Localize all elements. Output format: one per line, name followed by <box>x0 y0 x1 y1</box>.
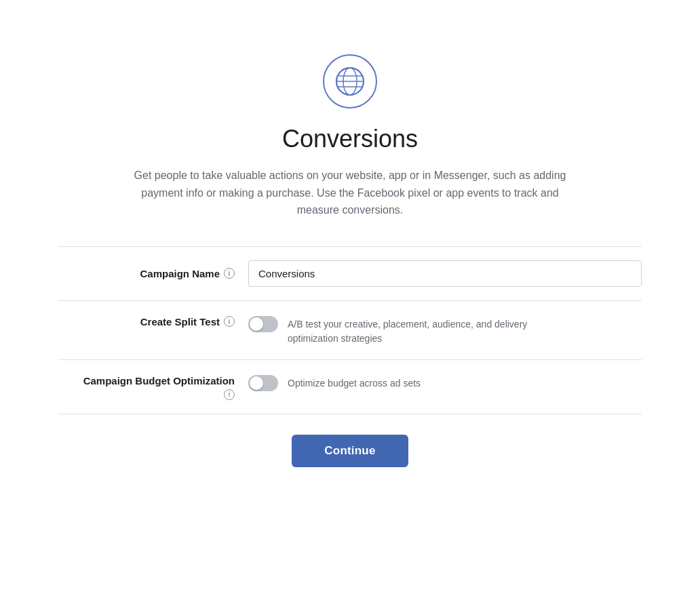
budget-optimization-toggle[interactable] <box>248 375 278 391</box>
campaign-name-label-group: Campaign Name i <box>58 268 248 279</box>
split-test-label-group: Create Split Test i <box>58 315 248 328</box>
page-container: Conversions Get people to take valuable … <box>18 27 682 494</box>
budget-optimization-label: Campaign Budget Optimization <box>83 375 235 387</box>
continue-button[interactable]: Continue <box>292 435 408 467</box>
page-description: Get people to take valuable actions on y… <box>119 167 581 219</box>
campaign-name-row: Campaign Name i <box>58 247 642 301</box>
form-section: Campaign Name i Create Split Test i A/B … <box>58 246 642 414</box>
budget-optimization-info-icon[interactable]: i <box>224 389 235 400</box>
budget-optimization-row: Campaign Budget Optimization i Optimize … <box>58 360 642 414</box>
budget-optimization-description: Optimize budget across ad sets <box>288 374 421 391</box>
split-test-slider <box>248 316 278 332</box>
split-test-toggle[interactable] <box>248 316 278 332</box>
campaign-name-info-icon[interactable]: i <box>224 268 235 279</box>
globe-icon <box>323 54 377 108</box>
budget-optimization-toggle-area: Optimize budget across ad sets <box>248 374 642 391</box>
budget-optimization-label-group: Campaign Budget Optimization i <box>58 374 248 400</box>
campaign-name-input[interactable] <box>248 260 642 287</box>
campaign-name-label: Campaign Name <box>140 268 220 279</box>
split-test-description: A/B test your creative, placement, audie… <box>288 315 572 346</box>
page-title: Conversions <box>282 125 418 153</box>
split-test-info-icon[interactable]: i <box>224 316 235 327</box>
split-test-label: Create Split Test <box>140 316 220 328</box>
split-test-toggle-area: A/B test your creative, placement, audie… <box>248 315 642 346</box>
split-test-row: Create Split Test i A/B test your creati… <box>58 301 642 360</box>
budget-optimization-slider <box>248 375 278 391</box>
